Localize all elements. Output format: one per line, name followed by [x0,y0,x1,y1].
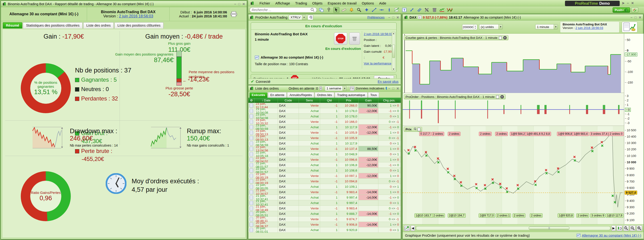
order-doc-icon[interactable] [248,146,254,151]
order-doc-icon[interactable] [248,135,254,140]
order-price-badge[interactable]: 1@10 163,7 [414,213,432,218]
scroll-left-icon[interactable]: ◄ [411,226,415,231]
order-doc-icon[interactable] [248,168,254,173]
column-header-sens[interactable]: Sens [299,98,320,103]
order-doc-icon[interactable] [248,124,254,130]
quantity-stepper[interactable]: ▲▼ [474,25,477,29]
maximize-icon[interactable]: □ [634,15,636,19]
price-settings-wrench-icon[interactable] [413,128,416,131]
maximize-icon[interactable]: □ [392,15,394,19]
orders-tab-ordreslis[interactable]: Ordres liés [315,92,334,98]
zoom-fit-icon[interactable] [623,226,629,231]
exec-scrollbar[interactable]: ▲▼ [392,32,395,71]
order-price-badge[interactable]: 1@9 584,2 [510,132,526,136]
comment-bubble-icon[interactable] [386,87,387,90]
chart-scrollbar[interactable]: ☰ [416,226,610,230]
order-price-badge[interactable]: 2 ordres [530,213,542,218]
order-doc-icon[interactable] [248,211,254,216]
menu-item-espaces-de-travail[interactable]: Espaces de travail [328,1,357,5]
menu-item-objets[interactable]: Objets [312,1,322,5]
ver-date-link[interactable]: 2 juin 2016 18:56:03 [575,26,603,30]
order-price-badge[interactable]: 1@9 491,6 9,2 8,8 [525,132,551,136]
minimize-icon[interactable]: – [627,1,629,5]
order-doc-icon[interactable] [248,206,254,211]
report-tab-1[interactable]: Résumé [3,22,22,28]
close-icon[interactable]: ✕ [631,1,634,5]
order-doc-icon[interactable] [248,108,254,114]
order-price-badge[interactable]: 2@9 717,0 [479,213,495,218]
order-price-badge[interactable]: 1@9 906,8 [557,132,573,136]
menu-item-affichage[interactable]: Affichage [275,1,290,5]
text-tool-icon[interactable]: T [401,7,408,13]
column-settings-wrench-icon[interactable]: ⚙ [248,98,254,103]
order-price-badge[interactable]: 2 ordres [512,213,525,218]
report-tab-4[interactable]: Liste des positions clôturées [114,22,164,28]
alarm-bell-icon[interactable] [348,7,354,13]
account-select[interactable]: XTRLV▼ [289,15,306,20]
learn-more-link[interactable]: En savoir plus [378,80,398,84]
preferences-link[interactable]: Préférences [367,15,384,19]
order-price-badge[interactable]: 2 ordres [432,132,444,136]
maximize-icon[interactable]: □ [392,87,394,90]
order-price-badge[interactable]: 3 ordres 9 [590,213,605,218]
print-icon[interactable] [230,11,237,17]
order-price-badge[interactable]: 0 217,7 [419,132,431,136]
orders-tab-enattente[interactable]: En attente [268,92,286,98]
system-date-link[interactable]: 2 juin 2016 18:56:03 [364,32,392,36]
orders-tab-tous[interactable]: Tous [368,92,379,98]
proorder-titlebar[interactable]: ProOrder AutoTrading XTRLV▼ Préférences … [248,14,401,20]
order-doc-icon[interactable] [248,103,254,108]
chart-plots[interactable]: Courbe gains & pertes : Binomio AutoTrad… [403,34,624,229]
column-header-date[interactable]: ↑ Date [254,98,278,103]
close-icon[interactable]: ✕ [396,87,399,90]
column-header-qt[interactable]: Qté [320,98,339,103]
close-icon[interactable]: ✕ [396,15,399,19]
menu-item-fichier[interactable]: Fichier [260,1,270,5]
chart-scrollbar-thumb[interactable]: ☰ [529,226,570,230]
copy-panel-icon[interactable] [499,36,502,39]
orders-tab-tradingautomatique[interactable]: Trading automatique [335,92,368,98]
close-icon[interactable]: ✕ [638,15,642,19]
order-price-badge[interactable]: 2@10 194,7 [448,213,466,218]
copy-panel-icon[interactable] [418,128,420,131]
unit-select[interactable]: (x) unités▼ [479,24,503,29]
order-price-badge[interactable]: 2 ordres [432,213,445,218]
column-header-gain[interactable]: Gain [358,98,378,103]
search-box[interactable] [250,7,317,12]
column-header-prix[interactable]: Prix [339,98,358,103]
order-price-badge[interactable]: 2 ordres [495,132,508,136]
order-price-badge[interactable]: 2 ordres [576,213,589,218]
order-price-badge[interactable]: 2 ordres [448,132,460,136]
workspace-icon[interactable] [318,7,324,13]
close-panel-icon[interactable]: ✕ [500,95,504,99]
point-tool-icon[interactable]: ✚ [364,7,370,13]
order-price-badge[interactable]: 2 ordres 1 [496,213,511,218]
order-doc-icon[interactable] [248,189,254,195]
ruler-icon[interactable] [341,7,347,13]
candle-settings-icon[interactable] [617,226,622,231]
report-tab-3[interactable]: Liste des ordres [83,22,114,28]
maximize-icon[interactable]: □ [238,2,240,6]
detach-icon[interactable] [326,7,332,13]
order-doc-icon[interactable] [248,162,254,168]
zoom-out-icon[interactable] [630,226,636,231]
indicator-icon[interactable] [394,7,400,13]
trendline-icon[interactable] [371,7,377,13]
order-doc-icon[interactable] [248,114,254,119]
clear-pending-icon[interactable]: ✕ [320,86,322,90]
column-header-chgpos[interactable]: Chg pos. [378,98,400,103]
performance-link[interactable]: Voir la performance [364,62,391,65]
table-row[interactable]: 20 juin, 08:01:01DAXAchat19 920,80 => 1 [248,227,401,233]
bearish-pattern-icon[interactable] [446,7,453,13]
filter-box[interactable]: F✕ [350,86,354,91]
dax-titlebar[interactable]: DAX i 9 527,0 (-7,88%) 18:41:17 Allemagn… [403,14,643,20]
order-doc-icon[interactable] [248,184,254,189]
order-doc-icon[interactable] [248,217,254,222]
period-select[interactable]: 1 semaine▼ [325,86,347,91]
quantity-input[interactable]: 200000▲▼ [462,24,477,30]
delete-system-button[interactable] [349,32,360,45]
status-instrument-link[interactable]: Allemagne 30 au comptant (Mini 1€) (-) [582,234,641,238]
orders-tab-excuts[interactable]: Exécutés [249,92,268,98]
order-price-badge[interactable]: 3 ordres 37,4 | 2 ordres 0 [590,132,624,136]
resize-icon[interactable] [409,7,415,13]
